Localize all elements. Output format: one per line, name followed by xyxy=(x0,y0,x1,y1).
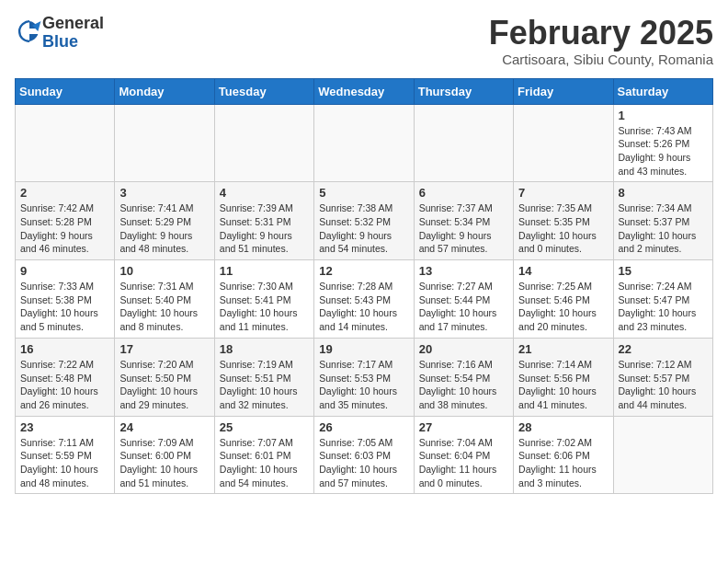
day-info: Sunrise: 7:34 AM Sunset: 5:37 PM Dayligh… xyxy=(619,201,708,256)
title-block: February 2025 Cartisoara, Sibiu County, … xyxy=(489,15,713,67)
day-number: 23 xyxy=(20,420,109,434)
day-number: 6 xyxy=(419,186,508,200)
calendar-cell: 20Sunrise: 7:16 AM Sunset: 5:54 PM Dayli… xyxy=(414,338,513,416)
weekday-header-wednesday: Wednesday xyxy=(314,78,414,104)
weekday-header-monday: Monday xyxy=(115,78,214,104)
calendar-cell: 7Sunrise: 7:35 AM Sunset: 5:35 PM Daylig… xyxy=(514,182,613,260)
month-year-title: February 2025 xyxy=(489,15,713,52)
day-number: 25 xyxy=(220,420,309,434)
weekday-header-saturday: Saturday xyxy=(613,78,712,104)
calendar-cell: 26Sunrise: 7:05 AM Sunset: 6:03 PM Dayli… xyxy=(314,416,414,494)
day-info: Sunrise: 7:09 AM Sunset: 6:00 PM Dayligh… xyxy=(119,436,209,490)
calendar-cell xyxy=(613,416,712,494)
day-number: 26 xyxy=(319,420,408,434)
weekday-header-thursday: Thursday xyxy=(414,78,513,104)
day-number: 1 xyxy=(619,109,708,122)
day-number: 19 xyxy=(319,342,408,356)
day-info: Sunrise: 7:16 AM Sunset: 5:54 PM Dayligh… xyxy=(419,358,508,412)
calendar-cell: 2Sunrise: 7:42 AM Sunset: 5:28 PM Daylig… xyxy=(16,182,115,260)
day-number: 11 xyxy=(220,264,309,278)
day-info: Sunrise: 7:43 AM Sunset: 5:26 PM Dayligh… xyxy=(619,124,708,178)
calendar-week-3: 9Sunrise: 7:33 AM Sunset: 5:38 PM Daylig… xyxy=(16,260,713,339)
calendar-cell: 9Sunrise: 7:33 AM Sunset: 5:38 PM Daylig… xyxy=(16,260,115,339)
calendar-table: SundayMondayTuesdayWednesdayThursdayFrid… xyxy=(15,78,713,495)
day-info: Sunrise: 7:02 AM Sunset: 6:06 PM Dayligh… xyxy=(518,436,608,490)
calendar-cell: 12Sunrise: 7:28 AM Sunset: 5:43 PM Dayli… xyxy=(314,260,414,339)
weekday-header-sunday: Sunday xyxy=(16,78,115,104)
calendar-cell: 5Sunrise: 7:38 AM Sunset: 5:32 PM Daylig… xyxy=(314,182,414,260)
day-info: Sunrise: 7:24 AM Sunset: 5:47 PM Dayligh… xyxy=(619,280,708,334)
logo-icon xyxy=(17,18,42,44)
day-info: Sunrise: 7:04 AM Sunset: 6:04 PM Dayligh… xyxy=(419,436,508,490)
day-number: 7 xyxy=(518,186,608,200)
day-info: Sunrise: 7:41 AM Sunset: 5:29 PM Dayligh… xyxy=(119,201,209,256)
day-info: Sunrise: 7:12 AM Sunset: 5:57 PM Dayligh… xyxy=(619,358,708,412)
day-number: 2 xyxy=(20,186,109,200)
calendar-cell: 25Sunrise: 7:07 AM Sunset: 6:01 PM Dayli… xyxy=(214,416,313,494)
logo-blue-text: Blue xyxy=(42,32,78,51)
calendar-cell: 23Sunrise: 7:11 AM Sunset: 5:59 PM Dayli… xyxy=(16,416,115,494)
calendar-cell: 27Sunrise: 7:04 AM Sunset: 6:04 PM Dayli… xyxy=(414,416,513,494)
logo-general-text: General xyxy=(42,14,104,32)
day-number: 15 xyxy=(619,264,708,278)
weekday-header-tuesday: Tuesday xyxy=(214,78,313,104)
calendar-cell: 11Sunrise: 7:30 AM Sunset: 5:41 PM Dayli… xyxy=(214,260,313,339)
calendar-cell: 15Sunrise: 7:24 AM Sunset: 5:47 PM Dayli… xyxy=(613,260,712,339)
logo: General Blue xyxy=(15,15,104,52)
day-number: 16 xyxy=(20,342,109,356)
day-number: 5 xyxy=(319,186,408,200)
weekday-header-friday: Friday xyxy=(514,78,613,104)
day-number: 4 xyxy=(220,186,309,200)
day-info: Sunrise: 7:05 AM Sunset: 6:03 PM Dayligh… xyxy=(319,436,408,490)
calendar-week-1: 1Sunrise: 7:43 AM Sunset: 5:26 PM Daylig… xyxy=(16,104,713,182)
day-info: Sunrise: 7:14 AM Sunset: 5:56 PM Dayligh… xyxy=(518,358,608,412)
calendar-week-5: 23Sunrise: 7:11 AM Sunset: 5:59 PM Dayli… xyxy=(16,416,713,494)
calendar-week-4: 16Sunrise: 7:22 AM Sunset: 5:48 PM Dayli… xyxy=(16,338,713,416)
day-number: 20 xyxy=(419,342,508,356)
calendar-cell xyxy=(414,104,513,182)
day-info: Sunrise: 7:33 AM Sunset: 5:38 PM Dayligh… xyxy=(20,280,109,334)
calendar-cell: 6Sunrise: 7:37 AM Sunset: 5:34 PM Daylig… xyxy=(414,182,513,260)
calendar-cell: 17Sunrise: 7:20 AM Sunset: 5:50 PM Dayli… xyxy=(115,338,214,416)
day-number: 27 xyxy=(419,420,508,434)
calendar-cell: 16Sunrise: 7:22 AM Sunset: 5:48 PM Dayli… xyxy=(16,338,115,416)
day-number: 9 xyxy=(20,264,109,278)
calendar-cell: 8Sunrise: 7:34 AM Sunset: 5:37 PM Daylig… xyxy=(613,182,712,260)
calendar-cell: 1Sunrise: 7:43 AM Sunset: 5:26 PM Daylig… xyxy=(613,104,712,182)
day-info: Sunrise: 7:37 AM Sunset: 5:34 PM Dayligh… xyxy=(419,201,508,256)
day-number: 17 xyxy=(119,342,209,356)
day-info: Sunrise: 7:22 AM Sunset: 5:48 PM Dayligh… xyxy=(20,358,109,412)
day-info: Sunrise: 7:19 AM Sunset: 5:51 PM Dayligh… xyxy=(220,358,309,412)
day-info: Sunrise: 7:38 AM Sunset: 5:32 PM Dayligh… xyxy=(319,201,408,256)
day-number: 13 xyxy=(419,264,508,278)
day-info: Sunrise: 7:07 AM Sunset: 6:01 PM Dayligh… xyxy=(220,436,309,490)
calendar-cell: 21Sunrise: 7:14 AM Sunset: 5:56 PM Dayli… xyxy=(514,338,613,416)
day-number: 8 xyxy=(619,186,708,200)
calendar-cell: 24Sunrise: 7:09 AM Sunset: 6:00 PM Dayli… xyxy=(115,416,214,494)
day-number: 14 xyxy=(518,264,608,278)
calendar-cell xyxy=(214,104,313,182)
calendar-cell: 14Sunrise: 7:25 AM Sunset: 5:46 PM Dayli… xyxy=(514,260,613,339)
calendar-cell: 19Sunrise: 7:17 AM Sunset: 5:53 PM Dayli… xyxy=(314,338,414,416)
page-header: General Blue February 2025 Cartisoara, S… xyxy=(15,15,713,67)
calendar-week-2: 2Sunrise: 7:42 AM Sunset: 5:28 PM Daylig… xyxy=(16,182,713,260)
calendar-cell: 4Sunrise: 7:39 AM Sunset: 5:31 PM Daylig… xyxy=(214,182,313,260)
day-info: Sunrise: 7:27 AM Sunset: 5:44 PM Dayligh… xyxy=(419,280,508,334)
calendar-cell: 22Sunrise: 7:12 AM Sunset: 5:57 PM Dayli… xyxy=(613,338,712,416)
calendar-cell xyxy=(514,104,613,182)
calendar-cell: 10Sunrise: 7:31 AM Sunset: 5:40 PM Dayli… xyxy=(115,260,214,339)
calendar-cell: 18Sunrise: 7:19 AM Sunset: 5:51 PM Dayli… xyxy=(214,338,313,416)
day-info: Sunrise: 7:17 AM Sunset: 5:53 PM Dayligh… xyxy=(319,358,408,412)
day-number: 18 xyxy=(220,342,309,356)
day-number: 21 xyxy=(518,342,608,356)
calendar-cell xyxy=(16,104,115,182)
calendar-cell: 28Sunrise: 7:02 AM Sunset: 6:06 PM Dayli… xyxy=(514,416,613,494)
weekday-header-row: SundayMondayTuesdayWednesdayThursdayFrid… xyxy=(16,78,713,104)
day-info: Sunrise: 7:20 AM Sunset: 5:50 PM Dayligh… xyxy=(119,358,209,412)
day-info: Sunrise: 7:30 AM Sunset: 5:41 PM Dayligh… xyxy=(220,280,309,334)
day-info: Sunrise: 7:31 AM Sunset: 5:40 PM Dayligh… xyxy=(119,280,209,334)
day-number: 28 xyxy=(518,420,608,434)
day-number: 3 xyxy=(119,186,209,200)
location-subtitle: Cartisoara, Sibiu County, Romania xyxy=(489,52,713,67)
calendar-cell xyxy=(115,104,214,182)
